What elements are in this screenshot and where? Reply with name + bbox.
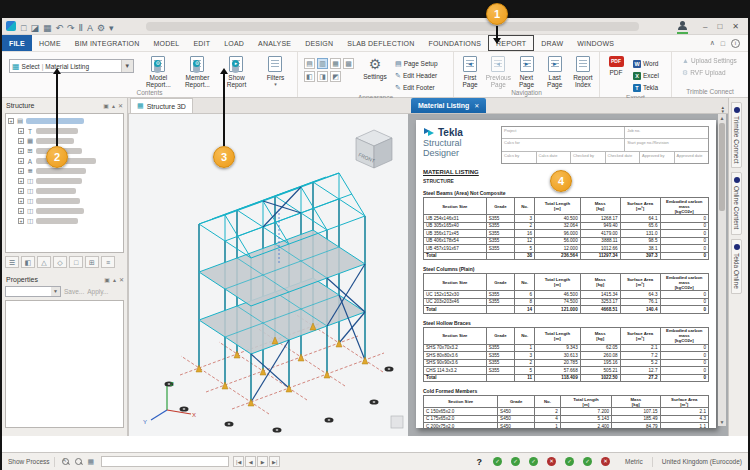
app-logo-icon[interactable] (6, 21, 16, 31)
tab-structure-3d[interactable]: ▦ Structure 3D (130, 98, 193, 113)
view-filter-icon-5[interactable]: □ (69, 256, 83, 268)
user-account-icon[interactable] (677, 21, 688, 32)
maximize-button[interactable]: □ (717, 19, 722, 34)
tree-expand-icon[interactable]: + (18, 128, 24, 134)
tree-expand-icon[interactable]: + (18, 178, 24, 184)
structure-tree[interactable]: +▤+T+▦+⊞+A+≣+◫+◫+◫+◫+◫ (5, 113, 124, 253)
tab-home[interactable]: HOME (32, 35, 68, 51)
view-filter-icon-3[interactable]: △ (37, 256, 51, 268)
side-tab-tekla-online[interactable]: Tekla Online (731, 239, 742, 294)
settings-gear-icon[interactable]: ⚙ (97, 23, 105, 33)
structure-3d-model[interactable]: FRONT Z X Y (129, 114, 409, 436)
validate-icon[interactable]: Ⅱ (79, 23, 83, 33)
tree-item[interactable]: +◫ (18, 186, 123, 196)
units-label[interactable]: Metric (625, 458, 643, 465)
chevron-down-icon[interactable]: ▼ (121, 60, 133, 72)
close-button[interactable]: ✕ (732, 19, 739, 34)
export-excel-button[interactable]: X Excel (631, 70, 661, 81)
tree-item[interactable]: +≣ (18, 166, 123, 176)
viewport-corner-icon[interactable] (391, 416, 403, 428)
status-ok-icon[interactable]: ✓ (565, 457, 574, 466)
apply-properties-button[interactable]: Apply... (87, 288, 108, 295)
collapse-ribbon-icon[interactable]: ∧ (710, 39, 715, 47)
save-icon[interactable]: ▦ (43, 23, 52, 33)
tree-expand-icon[interactable]: + (18, 168, 24, 174)
tab-edit[interactable]: EDIT (186, 35, 217, 51)
view-filter-icon-6[interactable]: ⊞ (85, 256, 99, 268)
window-layout-icon[interactable]: □ (721, 40, 725, 47)
view-filter-icon-7[interactable]: ≡ (101, 256, 115, 268)
first-page-button[interactable]: ◂ First Page (457, 55, 483, 88)
side-tab-trimble-connect[interactable]: Trimble Connect (731, 102, 742, 168)
tree-item[interactable]: +▤ (8, 116, 123, 126)
tree-expand-icon[interactable]: + (18, 158, 24, 164)
status-ok-icon[interactable]: ✓ (529, 457, 538, 466)
scrollbar-thumb[interactable] (719, 123, 725, 211)
tab-analyse[interactable]: ANALYSE (251, 35, 298, 51)
report-index-button[interactable]: Report Index (570, 55, 596, 88)
view-toggle-7[interactable]: ◩ (330, 71, 341, 82)
status-ok-icon[interactable]: ✓ (511, 457, 520, 466)
properties-select[interactable]: ▼ (5, 286, 61, 297)
close-panel-icon[interactable]: ✕ (119, 276, 124, 283)
tab-material-listing[interactable]: Material Listing ✕ (411, 98, 486, 113)
tab-design[interactable]: DESIGN (298, 35, 340, 51)
search-input[interactable] (101, 456, 229, 467)
dock-icon[interactable]: ▣ (104, 276, 110, 283)
view-filter-icon-2[interactable]: ◧ (21, 256, 35, 268)
open-icon[interactable]: ◪ (30, 23, 39, 33)
page-setup-button[interactable]: ▤ Page Setup (393, 58, 440, 69)
view-toggle-4[interactable]: ▩ (343, 58, 354, 69)
undo-icon[interactable]: ↶ (55, 23, 63, 33)
tree-item[interactable]: +▦ (18, 136, 123, 146)
tab-slab-deflection[interactable]: SLAB DEFLECTION (340, 35, 421, 51)
more-dropdown-icon[interactable]: ▾ (109, 23, 114, 33)
tree-item[interactable]: +⊞ (18, 146, 123, 156)
tab-windows[interactable]: WINDOWS (570, 35, 621, 51)
view-toggle-2[interactable]: ▥ (317, 58, 328, 69)
last-page-button[interactable]: ▸ Last Page (542, 55, 568, 88)
view-toggle-1[interactable]: ▤ (304, 58, 315, 69)
tab-foundations[interactable]: FOUNDATIONS (421, 35, 488, 51)
previous-result-button[interactable]: ◀ (245, 456, 256, 467)
pin-icon[interactable]: ▴ (112, 102, 115, 109)
tree-item[interactable]: +T (18, 126, 123, 136)
tree-expand-icon[interactable]: + (18, 138, 24, 144)
viewport-3d[interactable]: FRONT Z X Y (128, 114, 408, 436)
export-tekla-button[interactable]: T Tekla (631, 82, 661, 93)
status-error-icon[interactable]: ✕ (601, 457, 610, 466)
grid-view-icon[interactable]: ▦ (88, 458, 95, 466)
status-ok-icon[interactable]: ✓ (583, 457, 592, 466)
settings-button[interactable]: ⚙ Settings (359, 55, 391, 80)
close-tab-icon[interactable]: ✕ (474, 102, 479, 109)
status-error-icon[interactable]: ✕ (547, 457, 556, 466)
edit-header-button[interactable]: ✎ Edit Header (393, 70, 440, 81)
tree-item[interactable]: +◫ (18, 176, 123, 186)
view-filter-icon-1[interactable]: ☰ (5, 256, 19, 268)
redo-icon[interactable]: ↷ (67, 23, 75, 33)
scroll-up-icon[interactable]: ▲ (718, 114, 726, 122)
side-tab-online-content[interactable]: Online Content (731, 172, 742, 234)
tab-bim-integration[interactable]: BIM INTEGRATION (68, 35, 147, 51)
new-document-icon[interactable]: □ (21, 23, 26, 33)
model-report-button[interactable]: ⚙ Model Report... (140, 55, 177, 88)
view-toggle-6[interactable]: ◨ (317, 71, 328, 82)
annotate-icon[interactable]: A (87, 23, 93, 33)
last-result-button[interactable]: ▶| (269, 456, 280, 467)
minimize-button[interactable]: – (703, 19, 707, 34)
find-member-icon[interactable] (75, 458, 82, 465)
next-page-button[interactable]: ▸ Next Page (513, 55, 539, 88)
edit-footer-button[interactable]: ✎ Edit Footer (393, 82, 440, 93)
export-pdf-button[interactable]: PDF PDF (603, 55, 629, 76)
dock-icon[interactable]: ▣ (103, 102, 109, 109)
first-result-button[interactable]: |◀ (233, 456, 244, 467)
save-properties-button[interactable]: Save... (64, 288, 84, 295)
tree-expand-icon[interactable]: + (18, 208, 24, 214)
view-filter-icon-4[interactable]: ◇ (53, 256, 67, 268)
pin-icon[interactable]: ▴ (113, 276, 116, 283)
viewcube[interactable]: FRONT (356, 130, 392, 168)
tab-load[interactable]: LOAD (217, 35, 251, 51)
report-vertical-scrollbar[interactable]: ▲ ▼ (718, 114, 726, 426)
tree-expand-icon[interactable]: + (18, 188, 24, 194)
tab-model[interactable]: MODEL (147, 35, 187, 51)
